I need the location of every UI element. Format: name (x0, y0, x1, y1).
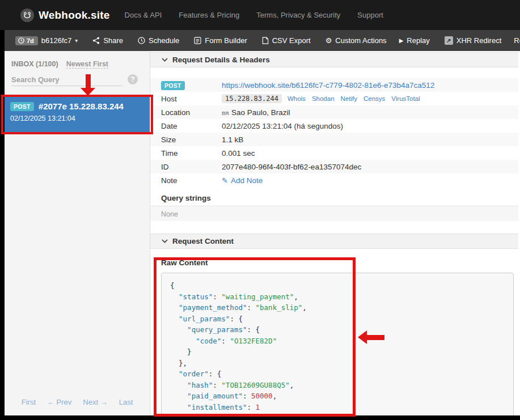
xhr-redirect-button[interactable]: ↗ XHR Redirect (438, 36, 508, 45)
chevron-down-icon (162, 58, 168, 62)
nav-link-support[interactable]: Support (357, 11, 383, 19)
pagination-first[interactable]: First (22, 398, 36, 406)
search-input[interactable] (11, 74, 122, 86)
form-builder-icon (194, 37, 201, 44)
inbox-count-label: INBOX (1/100) (11, 60, 58, 68)
brand-name: Webhook.site (39, 9, 110, 22)
pagination-prev[interactable]: ← Prev (47, 398, 71, 406)
raw-json: { "status": "waiting_payment", "payment_… (170, 280, 505, 415)
table-row-url: POST https://webhook.site/b6126fc7-c779-… (150, 78, 518, 92)
table-row-host: Host 15.228.83.244 Whois Shodan Netify C… (150, 92, 518, 105)
share-icon (92, 37, 100, 44)
query-strings-heading: Query strings (150, 194, 518, 206)
request-timestamp: 02/12/2025 13:21:04 (10, 114, 144, 122)
request-details-table: POST https://webhook.site/b6126fc7-c779-… (150, 78, 518, 187)
schedule-button[interactable]: Schedule (132, 36, 185, 45)
request-id-value: 2077e480-96f4-403f-bf62-ea1357074dec (222, 163, 361, 171)
nav-links: Docs & API Features & Pricing Terms, Pri… (125, 11, 383, 19)
section-header-request-content[interactable]: Request Content (150, 234, 518, 249)
method-badge: POST (10, 102, 34, 111)
table-row-size: Size 1.1 kB (150, 133, 518, 146)
table-row-location: Location BRSao Paulo, Brazil (150, 105, 518, 119)
chevron-down-icon (162, 239, 168, 243)
raw-content-heading: Raw Content (161, 258, 208, 267)
request-detail-panel: Request Details & Headers POST https://w… (150, 51, 520, 415)
section-header-request-details[interactable]: Request Details & Headers (150, 52, 518, 67)
query-strings-empty: None (150, 207, 518, 221)
replay-button[interactable]: ▶ Replay (393, 36, 436, 45)
nav-link-features[interactable]: Features & Pricing (179, 11, 239, 19)
table-row-date: Date 02/12/2025 13:21:04 (há segundos) (150, 119, 518, 133)
nav-link-docs[interactable]: Docs & API (125, 11, 162, 19)
country-code: BR (222, 111, 229, 116)
nav-link-terms[interactable]: Terms, Privacy & Security (256, 11, 340, 19)
request-url-link[interactable]: https://webhook.site/b6126fc7-c779-4802-… (222, 81, 434, 90)
whois-link[interactable]: Whois (288, 95, 306, 102)
clock-icon (18, 37, 24, 44)
host-ip: 15.228.83.244 (222, 94, 282, 103)
file-icon (262, 37, 269, 44)
token-selector[interactable]: 7d b6126fc7 ▾ (9, 36, 84, 45)
add-note-button[interactable]: ✎ Add Note (222, 176, 263, 185)
clock-icon (138, 37, 145, 44)
size-value: 1.1 kB (222, 135, 243, 144)
external-link-icon: ↗ (445, 36, 453, 45)
request-list-item-selected[interactable]: POST #2077e 15.228.83.244 02/12/2025 13:… (5, 96, 150, 132)
request-title: #2077e 15.228.83.244 (39, 101, 124, 111)
webhook-logo-icon: ☋ (20, 9, 34, 22)
brand[interactable]: ☋ Webhook.site (20, 9, 110, 22)
shodan-link[interactable]: Shodan (312, 95, 335, 102)
location-value: Sao Paulo, Brazil (231, 108, 290, 117)
method-badge: POST (161, 81, 185, 90)
table-row-note: Note ✎ Add Note (150, 173, 518, 187)
csv-export-button[interactable]: CSV Export (256, 36, 317, 45)
netify-link[interactable]: Netify (341, 95, 357, 102)
raw-content-block[interactable]: { "status": "waiting_payment", "payment_… (161, 273, 514, 415)
play-icon: ▶ (399, 38, 404, 44)
custom-actions-button[interactable]: ⚙ Custom Actions (319, 36, 393, 45)
pagination-next[interactable]: Next → (83, 398, 107, 406)
help-icon[interactable]: ? (128, 74, 138, 84)
time-value: 0.001 sec (222, 149, 255, 158)
table-row-id: ID 2077e480-96f4-403f-bf62-ea1357074dec (150, 160, 518, 173)
date-value: 02/12/2025 13:21:04 (há segundos) (222, 122, 343, 130)
gear-icon: ⚙ (325, 37, 332, 44)
token-id: b6126fc7 (41, 36, 72, 45)
chevron-down-icon: ▾ (75, 37, 78, 44)
pagination: First ← Prev Next → Last (5, 398, 150, 406)
form-builder-button[interactable]: Form Builder (188, 36, 253, 45)
redirect-now-button[interactable]: Redirect Now (508, 36, 520, 45)
requests-sidebar: INBOX (1/100) Newest First ? POST #2077e… (5, 51, 150, 415)
top-navbar: ☋ Webhook.site Docs & API Features & Pri… (0, 0, 520, 30)
virustotal-link[interactable]: VirusTotal (391, 95, 420, 102)
expiry-badge: 7d (15, 36, 38, 45)
action-toolbar: 7d b6126fc7 ▾ Share Schedule Form Builde… (5, 30, 520, 51)
pagination-last[interactable]: Last (119, 398, 133, 406)
censys-link[interactable]: Censys (363, 95, 385, 102)
sort-toggle[interactable]: Newest First (66, 60, 108, 69)
table-row-time: Time 0.001 sec (150, 146, 518, 160)
share-button[interactable]: Share (86, 36, 129, 45)
pencil-icon: ✎ (222, 176, 228, 185)
